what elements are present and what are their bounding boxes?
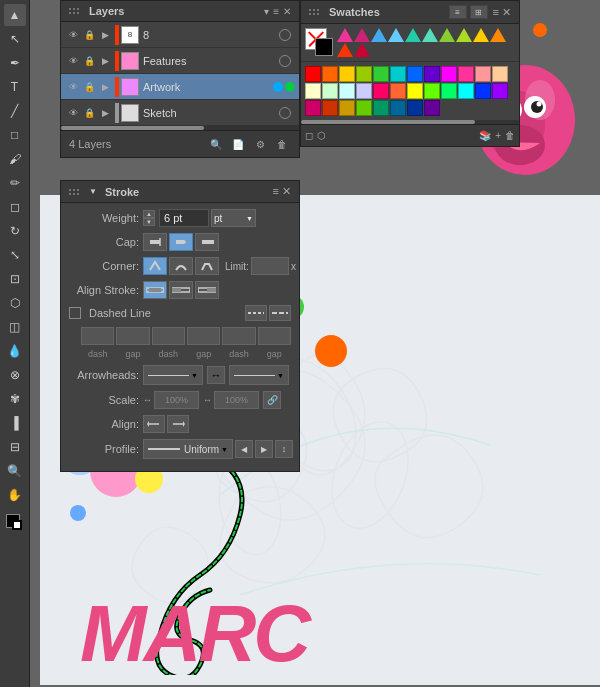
free-transform-icon[interactable]: ⊡: [4, 268, 26, 290]
gap-input-1[interactable]: [116, 327, 149, 345]
pen-tool-icon[interactable]: ✒: [4, 52, 26, 74]
swatch-color-30[interactable]: [407, 100, 423, 116]
swatch-color-0[interactable]: [305, 66, 321, 82]
pencil-icon[interactable]: ✏: [4, 172, 26, 194]
corner-bevel-btn[interactable]: [195, 257, 219, 275]
swatch-color-12[interactable]: [305, 83, 321, 99]
layer-expand-features[interactable]: ▶: [97, 53, 113, 69]
swatch-color-26[interactable]: [339, 100, 355, 116]
swatches-delete-icon[interactable]: 🗑: [505, 130, 515, 141]
swatches-scrollbar[interactable]: [301, 120, 519, 124]
layer-row-artwork[interactable]: 👁 🔒 ▶ Artwork: [61, 74, 299, 100]
align2-start-btn[interactable]: [143, 415, 165, 433]
layers-search-btn[interactable]: 🔍: [207, 135, 225, 153]
swatches-panel-header[interactable]: Swatches ≡ ⊞ ≡ ✕: [301, 1, 519, 24]
hand-icon[interactable]: ✋: [4, 484, 26, 506]
layers-close-icon[interactable]: ✕: [283, 6, 291, 17]
layer-row-features[interactable]: 👁 🔒 ▶ Features: [61, 48, 299, 74]
stroke-close-icon[interactable]: ✕: [282, 185, 291, 198]
swatch-color-8[interactable]: [441, 66, 457, 82]
swatch-color-1[interactable]: [322, 66, 338, 82]
eyedropper-icon[interactable]: 💧: [4, 340, 26, 362]
swatch-color-18[interactable]: [407, 83, 423, 99]
dashed-pattern-2[interactable]: [269, 305, 291, 321]
scale-link-btn[interactable]: 🔗: [263, 391, 281, 409]
layers-panel-header[interactable]: Layers ▾ ≡ ✕: [61, 1, 299, 22]
swatch-none-registration[interactable]: [305, 28, 333, 56]
swatch-color-7[interactable]: [424, 66, 440, 82]
fill-stroke-indicator[interactable]: [4, 512, 26, 534]
cap-square-btn[interactable]: [195, 233, 219, 251]
swatch-color-29[interactable]: [390, 100, 406, 116]
profile-prev-btn[interactable]: ◀: [235, 440, 253, 458]
swatch-color-14[interactable]: [339, 83, 355, 99]
swatches-grid-view-btn[interactable]: ⊞: [470, 5, 488, 19]
stroke-weight-unit-dropdown[interactable]: pt ▼: [211, 209, 256, 227]
stroke-collapse-arrow[interactable]: ▼: [89, 187, 97, 196]
gap-input-2[interactable]: [187, 327, 220, 345]
arrowhead-start-dropdown[interactable]: ▼: [143, 365, 203, 385]
arrowhead-end-dropdown[interactable]: ▼: [229, 365, 289, 385]
layers-scrollbar[interactable]: [61, 126, 299, 130]
stroke-menu-icon[interactable]: ≡: [273, 185, 279, 198]
layer-row-sketch[interactable]: 👁 🔒 ▶ Sketch: [61, 100, 299, 126]
swatch-color-25[interactable]: [322, 100, 338, 116]
layer-row-8[interactable]: 👁 🔒 ▶ 8 8: [61, 22, 299, 48]
swatch-color-28[interactable]: [373, 100, 389, 116]
swatch-arrow-4[interactable]: [388, 28, 404, 42]
profile-dropdown[interactable]: Uniform ▼: [143, 439, 233, 459]
dashed-pattern-1[interactable]: [245, 305, 267, 321]
weight-down-btn[interactable]: ▼: [143, 218, 155, 226]
weight-up-btn[interactable]: ▲: [143, 210, 155, 218]
shape-builder-icon[interactable]: ⬡: [4, 292, 26, 314]
eraser-icon[interactable]: ◻: [4, 196, 26, 218]
swatch-arrow-1[interactable]: [337, 28, 353, 42]
swatch-color-6[interactable]: [407, 66, 423, 82]
layer-lock-8[interactable]: 🔒: [81, 27, 97, 43]
stroke-weight-input[interactable]: 6 pt: [159, 209, 209, 227]
slice-icon[interactable]: ⊟: [4, 436, 26, 458]
direct-select-icon[interactable]: ↖: [4, 28, 26, 50]
swatch-arrow-3[interactable]: [371, 28, 387, 42]
align-outside-btn[interactable]: [195, 281, 219, 299]
swatch-color-23[interactable]: [492, 83, 508, 99]
swatch-arrow-2[interactable]: [354, 28, 370, 42]
layer-lock-sketch[interactable]: 🔒: [81, 105, 97, 121]
dash-input-3[interactable]: [222, 327, 255, 345]
swatch-arrow-8[interactable]: [456, 28, 472, 42]
layers-panel-menu-icon[interactable]: ≡: [273, 6, 279, 17]
swatch-color-24[interactable]: [305, 100, 321, 116]
swatch-color-17[interactable]: [390, 83, 406, 99]
layer-lock-artwork[interactable]: 🔒: [81, 79, 97, 95]
swatch-color-4[interactable]: [373, 66, 389, 82]
swatch-arrow-9[interactable]: [473, 28, 489, 42]
zoom-icon[interactable]: 🔍: [4, 460, 26, 482]
swatch-color-13[interactable]: [322, 83, 338, 99]
swatch-color-20[interactable]: [441, 83, 457, 99]
scale-start-input[interactable]: 100%: [154, 391, 199, 409]
symbol-icon[interactable]: ✾: [4, 388, 26, 410]
swatches-add-icon[interactable]: ⬡: [317, 130, 326, 141]
rotate-icon[interactable]: ↻: [4, 220, 26, 242]
align2-end-btn[interactable]: [167, 415, 189, 433]
layer-lock-features[interactable]: 🔒: [81, 53, 97, 69]
swatches-panel-type-icon[interactable]: ◻: [305, 130, 313, 141]
swatches-new-icon[interactable]: +: [495, 130, 501, 141]
swatch-color-5[interactable]: [390, 66, 406, 82]
layer-expand-artwork[interactable]: ▶: [97, 79, 113, 95]
profile-flip-btn[interactable]: ↕: [275, 440, 293, 458]
swatch-arrow-11[interactable]: [337, 43, 353, 57]
gradient-icon[interactable]: ◫: [4, 316, 26, 338]
cap-butt-btn[interactable]: [143, 233, 167, 251]
layer-visibility-8[interactable]: 👁: [65, 27, 81, 43]
layers-new-layer-btn[interactable]: 📄: [229, 135, 247, 153]
type-tool-icon[interactable]: T: [4, 76, 26, 98]
rectangle-tool-icon[interactable]: □: [4, 124, 26, 146]
swatch-color-19[interactable]: [424, 83, 440, 99]
swatches-close-icon[interactable]: ✕: [502, 6, 511, 19]
swatch-color-16[interactable]: [373, 83, 389, 99]
graph-icon[interactable]: ▐: [4, 412, 26, 434]
swatch-color-9[interactable]: [458, 66, 474, 82]
corner-round-btn[interactable]: [169, 257, 193, 275]
layer-visibility-sketch[interactable]: 👁: [65, 105, 81, 121]
